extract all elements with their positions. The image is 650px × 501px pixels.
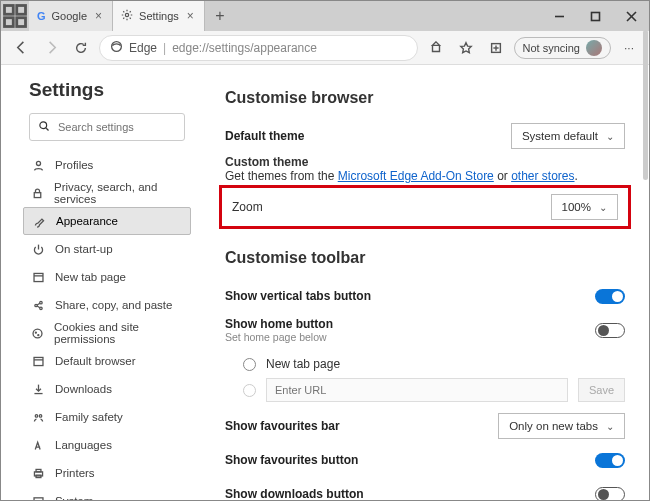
radio-newtab-label: New tab page (266, 357, 340, 371)
sidebar-item-appearance[interactable]: Appearance (23, 207, 191, 235)
sidebar-item-label: Share, copy, and paste (55, 299, 172, 311)
default-theme-dropdown[interactable]: System default ⌄ (511, 123, 625, 149)
sidebar-item-default[interactable]: Default browser (23, 347, 191, 375)
dropdown-value: 100% (562, 201, 591, 213)
sidebar-item-profiles[interactable]: Profiles (23, 151, 191, 179)
back-button[interactable] (9, 36, 33, 60)
custom-theme-sub: Get themes from the Microsoft Edge Add-O… (225, 169, 625, 183)
tab-settings[interactable]: Settings × (113, 1, 205, 31)
tab-google[interactable]: G Google × (29, 1, 113, 31)
profile-icon (31, 159, 45, 172)
sidebar-item-downloads[interactable]: Downloads (23, 375, 191, 403)
gear-icon (121, 9, 133, 24)
collections-button[interactable] (484, 36, 508, 60)
favorite-button[interactable] (454, 36, 478, 60)
sidebar-item-label: System (55, 495, 93, 500)
search-settings[interactable] (29, 113, 185, 141)
svg-line-14 (46, 128, 48, 130)
radio-newtab[interactable] (243, 358, 256, 371)
main-panel: Customise browser Default theme System d… (201, 65, 649, 500)
fav-button-label: Show favourites button (225, 453, 358, 467)
sidebar-item-label: Profiles (55, 159, 93, 171)
sidebar-item-label: Cookies and site permissions (54, 321, 183, 345)
custom-theme-label: Custom theme (225, 155, 625, 169)
chevron-down-icon: ⌄ (606, 131, 614, 142)
titlebar: G Google × Settings × + (1, 1, 649, 31)
share-icon (31, 299, 45, 312)
vertical-tabs-toggle[interactable] (595, 289, 625, 304)
sidebar-item-family[interactable]: Family safety (23, 403, 191, 431)
sidebar-item-newtab[interactable]: New tab page (23, 263, 191, 291)
fav-button-toggle[interactable] (595, 453, 625, 468)
fav-bar-label: Show favourites bar (225, 419, 340, 433)
svg-point-20 (39, 301, 41, 303)
sidebar-item-label: Privacy, search, and services (54, 181, 183, 205)
home-button-toggle[interactable] (595, 323, 625, 338)
sidebar-item-privacy[interactable]: Privacy, search, and services (23, 179, 191, 207)
svg-point-26 (38, 334, 39, 335)
sidebar-item-printers[interactable]: Printers (23, 459, 191, 487)
close-icon[interactable]: × (93, 9, 104, 23)
sidebar-item-system[interactable]: System (23, 487, 191, 500)
search-input[interactable] (58, 121, 196, 133)
downloads-button-toggle[interactable] (595, 487, 625, 501)
close-icon[interactable]: × (185, 9, 196, 23)
svg-point-24 (33, 329, 42, 338)
svg-rect-17 (34, 273, 43, 281)
dropdown-value: System default (522, 130, 598, 142)
other-stores-link[interactable]: other stores (511, 169, 574, 183)
heading-customise-browser: Customise browser (225, 89, 625, 107)
sidebar-item-share[interactable]: Share, copy, and paste (23, 291, 191, 319)
radio-url (243, 384, 256, 397)
edge-icon (110, 40, 123, 56)
globe-icon (31, 439, 45, 452)
svg-line-23 (37, 306, 40, 308)
lock-icon (31, 187, 44, 200)
menu-button[interactable]: ··· (617, 36, 641, 60)
maximize-button[interactable] (577, 1, 613, 31)
home-url-input (266, 378, 568, 402)
minimize-button[interactable] (541, 1, 577, 31)
refresh-button[interactable] (69, 36, 93, 60)
sync-status[interactable]: Not syncing (514, 37, 611, 59)
read-aloud-button[interactable] (424, 36, 448, 60)
sidebar-item-languages[interactable]: Languages (23, 431, 191, 459)
home-button-label: Show home button (225, 317, 333, 331)
scrollbar[interactable] (640, 65, 649, 500)
sidebar-item-label: Printers (55, 467, 95, 479)
zoom-row-highlight: Zoom 100% ⌄ (219, 185, 631, 229)
chevron-down-icon: ⌄ (599, 202, 607, 213)
svg-point-25 (35, 332, 36, 333)
zoom-dropdown[interactable]: 100% ⌄ (551, 194, 618, 220)
address-bar[interactable]: Edge | edge://settings/appearance (99, 35, 418, 61)
sidebar-item-label: New tab page (55, 271, 126, 283)
addon-store-link[interactable]: Microsoft Edge Add-On Store (338, 169, 494, 183)
forward-button (39, 36, 63, 60)
sidebar-item-cookies[interactable]: Cookies and site permissions (23, 319, 191, 347)
svg-rect-1 (17, 6, 26, 15)
fav-bar-dropdown[interactable]: Only on new tabs ⌄ (498, 413, 625, 439)
sidebar-item-label: Default browser (55, 355, 136, 367)
sidebar-item-startup[interactable]: On start-up (23, 235, 191, 263)
sidebar-item-label: Family safety (55, 411, 123, 423)
cookie-icon (31, 327, 44, 340)
svg-rect-6 (591, 12, 599, 20)
address-url: edge://settings/appearance (172, 41, 317, 55)
chevron-down-icon: ⌄ (606, 421, 614, 432)
printer-icon (31, 467, 45, 480)
system-icon (31, 495, 45, 501)
tab-label: Google (52, 10, 87, 22)
new-tab-button[interactable]: + (205, 1, 235, 31)
power-icon (31, 243, 45, 256)
zoom-label: Zoom (232, 200, 263, 214)
brush-icon (32, 215, 46, 228)
app-handle-icon[interactable] (1, 1, 29, 31)
downloads-button-label: Show downloads button (225, 487, 364, 500)
svg-point-31 (39, 414, 41, 416)
dropdown-value: Only on new tabs (509, 420, 598, 432)
svg-line-22 (37, 303, 40, 305)
address-protocol: Edge (129, 41, 157, 55)
newtab-icon (31, 271, 45, 284)
svg-rect-27 (34, 357, 43, 365)
scrollbar-thumb[interactable] (643, 65, 648, 180)
